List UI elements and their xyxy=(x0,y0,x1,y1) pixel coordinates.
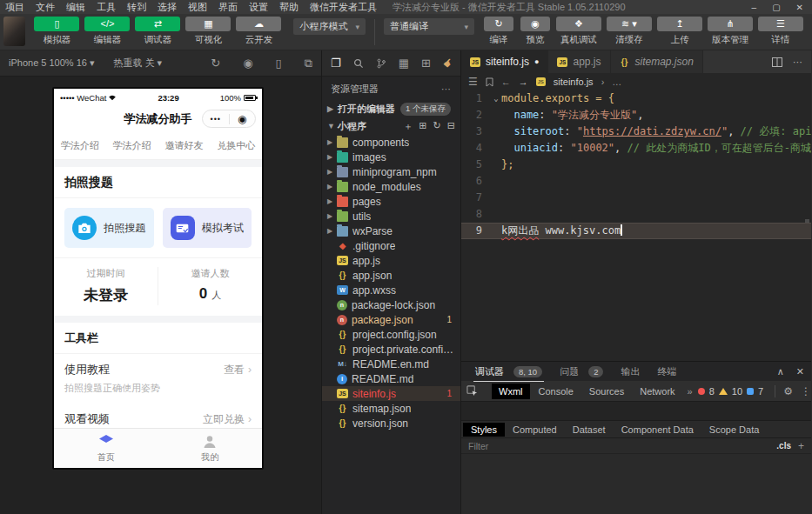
action-清缓存[interactable]: ≋ ▾清缓存 xyxy=(605,17,654,46)
code-line[interactable]: 1⌄module.exports = { xyxy=(461,90,811,107)
close-button[interactable]: ✕ xyxy=(796,3,803,12)
devtools-overflow-icon[interactable]: » xyxy=(684,386,696,397)
breadcrumb-more[interactable]: … xyxy=(612,77,621,87)
list-item-action[interactable]: 立即兑换 xyxy=(203,412,245,427)
tree-row[interactable]: Wapp.wxss xyxy=(322,283,460,297)
tree-row[interactable]: ▶utils xyxy=(322,209,460,224)
mini-tab-item[interactable]: 学法介绍 xyxy=(113,139,151,152)
settings-icon[interactable]: ⚙ xyxy=(783,385,793,397)
tree-row[interactable]: ◆.gitignore xyxy=(322,238,460,253)
action-真机调试[interactable]: ❖真机调试 xyxy=(554,17,603,46)
tree-row[interactable]: {}version.json xyxy=(322,416,460,431)
tree-row[interactable]: {}project.config.json xyxy=(322,327,460,342)
mock-exam-button[interactable]: 模拟考试 xyxy=(163,208,252,248)
tree-row[interactable]: ▶wxParse xyxy=(322,224,460,238)
refresh-icon[interactable]: ↻ xyxy=(433,120,441,133)
breadcrumb-file[interactable]: siteinfo.js xyxy=(554,77,594,87)
inspector-tab-dataset[interactable]: Dataset xyxy=(565,423,614,437)
tool-simulator[interactable]: ▯模拟器 xyxy=(32,17,81,46)
mini-tab-item[interactable]: 兑换中心 xyxy=(217,139,255,152)
menu-item[interactable]: 微信开发者工具 xyxy=(310,1,377,14)
tool-visual[interactable]: ▦可视化 xyxy=(184,17,232,46)
elements-area[interactable] xyxy=(461,402,811,421)
tab-overflow-icon[interactable]: ⋯ xyxy=(793,57,802,68)
panel-tab-问题[interactable]: 问题2 xyxy=(553,363,610,381)
code-line[interactable]: 5}; xyxy=(461,157,811,173)
code-line[interactable]: 8 xyxy=(461,206,811,223)
more-button[interactable]: ••• xyxy=(203,115,229,123)
tool-editor[interactable]: </>编辑器 xyxy=(83,17,131,46)
compile-select[interactable]: 普通编译 ▾ xyxy=(384,18,474,35)
menu-item[interactable]: 选择 xyxy=(158,1,177,14)
tree-row[interactable]: ▶images xyxy=(322,150,460,164)
panel-tab-终端[interactable]: 终端 xyxy=(650,363,683,381)
npm-scripts-icon[interactable]: ⊞ xyxy=(421,57,431,70)
tree-row[interactable]: JSsiteinfo.js1 xyxy=(322,386,460,401)
collapse-all-icon[interactable]: ⊟ xyxy=(447,120,455,133)
editor-tab[interactable]: {}sitemap.json xyxy=(611,50,703,73)
menu-item[interactable]: 文件 xyxy=(36,1,55,14)
search-icon[interactable] xyxy=(353,58,364,69)
menu-item[interactable]: 设置 xyxy=(249,1,268,14)
back-icon[interactable]: ← xyxy=(501,77,511,87)
tree-row[interactable]: JSapp.js xyxy=(322,253,460,268)
split-editor-icon[interactable] xyxy=(772,57,782,67)
tool-debugger[interactable]: ⇄调试器 xyxy=(133,17,182,46)
tree-row[interactable]: ▶pages xyxy=(322,194,460,209)
tool-cloud[interactable]: ☁云开发 xyxy=(234,17,283,46)
code-line[interactable]: 3 siteroot: "https://dati.zdzyw.cn/", //… xyxy=(461,123,811,140)
menu-icon[interactable]: ☰ xyxy=(468,76,478,88)
kebab-menu-icon[interactable]: ⋮ xyxy=(801,385,811,397)
photo-search-button[interactable]: 拍照搜题 xyxy=(64,208,154,248)
extensions-icon[interactable]: ▦ xyxy=(399,57,409,70)
editor-tab[interactable]: JSsiteinfo.js● xyxy=(461,50,548,73)
hand-icon[interactable]: ☛ xyxy=(440,55,456,71)
menu-item[interactable]: 工具 xyxy=(97,1,116,14)
code-line[interactable]: 9k网出品 www.kjsv.com xyxy=(461,223,811,239)
maximize-button[interactable]: ▢ xyxy=(772,3,780,12)
inspector-tab-component-data[interactable]: Component Data xyxy=(614,423,701,437)
files-icon[interactable]: ❐ xyxy=(331,57,341,70)
action-预览[interactable]: ◉预览 xyxy=(518,17,553,46)
new-folder-icon[interactable]: ⊞ xyxy=(419,120,426,133)
tree-row[interactable]: ▶node_modules xyxy=(322,179,460,194)
tree-row[interactable]: npackage-lock.json xyxy=(322,297,460,312)
devtools-tab-network[interactable]: Network xyxy=(633,384,681,399)
tree-row[interactable]: {}app.json xyxy=(322,268,460,283)
open-editors-section[interactable]: ▶ 打开的编辑器 1 个未保存 xyxy=(322,100,460,117)
tabbar-home[interactable]: 首页 xyxy=(54,429,158,468)
cls-toggle[interactable]: .cls xyxy=(776,441,791,451)
devtools-tab-sources[interactable]: Sources xyxy=(582,384,631,399)
filter-input[interactable] xyxy=(468,441,776,451)
forward-icon[interactable]: → xyxy=(519,77,528,87)
mini-tab-item[interactable]: 学法介绍 xyxy=(61,139,99,152)
tree-row[interactable]: npackage.json1 xyxy=(322,312,460,327)
tree-row[interactable]: iREADME.md xyxy=(322,371,460,386)
code-line[interactable]: 7 xyxy=(461,190,811,206)
action-版本管理[interactable]: ⋔版本管理 xyxy=(706,17,755,46)
menu-item[interactable]: 项目 xyxy=(5,1,24,14)
code-line[interactable]: 2 name: "学法减分专业版", xyxy=(461,107,811,123)
multi-window-icon[interactable]: ⧉ xyxy=(305,57,312,70)
menu-item[interactable]: 转到 xyxy=(127,1,146,14)
inspector-tab-computed[interactable]: Computed xyxy=(505,423,565,437)
bookmark-icon[interactable] xyxy=(486,77,493,87)
device-select[interactable]: iPhone 5 100% 16 ▾ xyxy=(9,57,95,69)
menu-item[interactable]: 编辑 xyxy=(66,1,85,14)
inspector-tab-styles[interactable]: Styles xyxy=(463,423,505,437)
menu-item[interactable]: 视图 xyxy=(188,1,207,14)
new-file-icon[interactable]: ＋ xyxy=(403,120,413,133)
list-item-action[interactable]: 查看 xyxy=(224,363,245,377)
fold-icon[interactable]: ⌄ xyxy=(491,90,501,107)
editor-tab[interactable]: JSapp.js xyxy=(548,50,610,73)
menu-item[interactable]: 帮助 xyxy=(279,1,299,14)
tabbar-mine[interactable]: 我的 xyxy=(158,429,263,468)
more-actions-icon[interactable]: ⋯ xyxy=(441,83,452,95)
inspect-element-icon[interactable] xyxy=(466,385,478,397)
list-item[interactable]: 使用教程查看› xyxy=(54,354,262,379)
tree-row[interactable]: M↓README.en.md xyxy=(322,357,460,371)
inspector-tab-scope-data[interactable]: Scope Data xyxy=(701,423,767,437)
project-section[interactable]: ▼ 小程序 ＋ ⊞ ↻ ⊟ xyxy=(322,117,460,135)
record-icon[interactable]: ◉ xyxy=(243,57,252,70)
minimize-button[interactable]: – xyxy=(752,3,757,12)
